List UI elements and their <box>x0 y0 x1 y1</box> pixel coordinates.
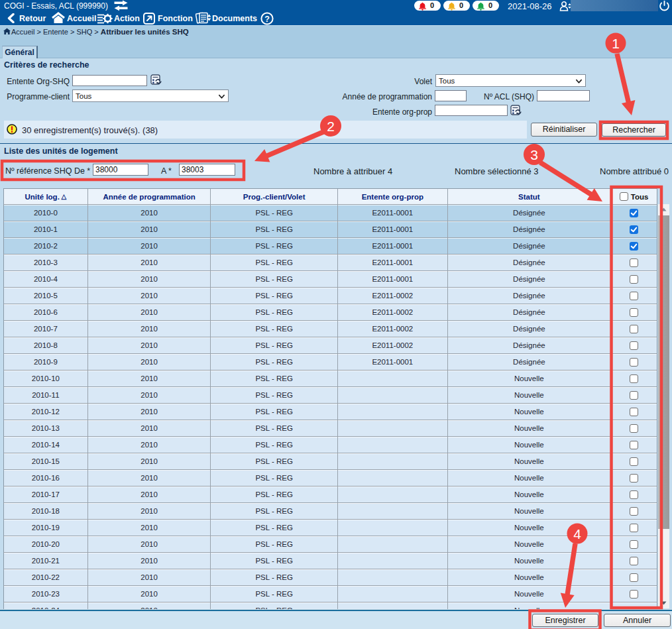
svg-text:?: ? <box>264 15 270 24</box>
svg-text:3: 3 <box>530 147 538 162</box>
